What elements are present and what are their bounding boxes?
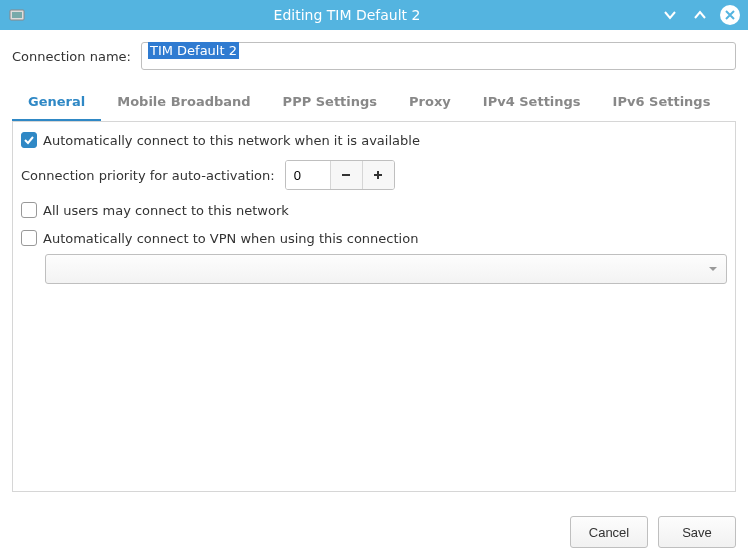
tab-ipv6-settings[interactable]: IPv6 Settings: [597, 84, 727, 121]
tabs: General Mobile Broadband PPP Settings Pr…: [12, 84, 736, 122]
general-panel: Automatically connect to this network wh…: [12, 122, 736, 492]
connection-name-selected-text: TIM Default 2: [148, 42, 239, 59]
plus-icon: [372, 169, 384, 181]
tab-proxy[interactable]: Proxy: [393, 84, 467, 121]
dropdown-icon: [708, 264, 718, 274]
save-button[interactable]: Save: [658, 516, 736, 548]
all-users-label: All users may connect to this network: [43, 203, 289, 218]
titlebar: Editing TIM Default 2: [0, 0, 748, 30]
auto-vpn-group: Automatically connect to VPN when using …: [21, 230, 727, 284]
priority-row: Connection priority for auto-activation:: [21, 160, 727, 190]
connection-name-label: Connection name:: [12, 49, 131, 64]
all-users-row: All users may connect to this network: [21, 202, 727, 218]
auto-vpn-row: Automatically connect to VPN when using …: [21, 230, 727, 246]
minus-icon: [340, 169, 352, 181]
auto-connect-label: Automatically connect to this network wh…: [43, 133, 420, 148]
dialog-content: Connection name: TIM Default 2 General M…: [0, 30, 748, 504]
auto-connect-checkbox[interactable]: [21, 132, 37, 148]
minimize-button[interactable]: [660, 5, 680, 25]
priority-increment-button[interactable]: [362, 161, 394, 189]
app-icon: [8, 6, 26, 24]
svg-rect-1: [12, 12, 22, 18]
priority-label: Connection priority for auto-activation:: [21, 168, 275, 183]
auto-vpn-label: Automatically connect to VPN when using …: [43, 231, 418, 246]
auto-connect-row: Automatically connect to this network wh…: [21, 132, 727, 148]
chevron-down-icon: [663, 8, 677, 22]
priority-decrement-button[interactable]: [330, 161, 362, 189]
tab-ipv4-settings[interactable]: IPv4 Settings: [467, 84, 597, 121]
maximize-button[interactable]: [690, 5, 710, 25]
tab-mobile-broadband[interactable]: Mobile Broadband: [101, 84, 266, 121]
tab-ppp-settings[interactable]: PPP Settings: [267, 84, 393, 121]
cancel-button[interactable]: Cancel: [570, 516, 648, 548]
tab-general[interactable]: General: [12, 84, 101, 121]
window-title: Editing TIM Default 2: [34, 7, 660, 23]
titlebar-controls: [660, 5, 740, 25]
auto-vpn-checkbox[interactable]: [21, 230, 37, 246]
vpn-select[interactable]: [45, 254, 727, 284]
chevron-up-icon: [693, 8, 707, 22]
priority-spinbox: [285, 160, 395, 190]
all-users-checkbox[interactable]: [21, 202, 37, 218]
priority-input[interactable]: [286, 161, 330, 189]
connection-name-input[interactable]: TIM Default 2: [141, 42, 736, 70]
checkmark-icon: [23, 134, 35, 146]
close-icon: [724, 9, 736, 21]
connection-name-row: Connection name: TIM Default 2: [12, 42, 736, 70]
close-button[interactable]: [720, 5, 740, 25]
dialog-footer: Cancel Save: [0, 504, 748, 560]
